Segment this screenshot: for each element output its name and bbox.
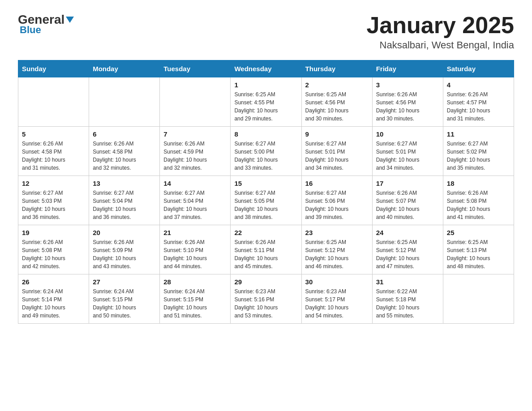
calendar-cell: 12Sunrise: 6:27 AM Sunset: 5:03 PM Dayli…	[18, 176, 89, 225]
day-number: 26	[22, 278, 85, 286]
day-number: 15	[234, 180, 297, 187]
calendar-cell: 28Sunrise: 6:24 AM Sunset: 5:15 PM Dayli…	[160, 274, 231, 324]
calendar-cell: 16Sunrise: 6:27 AM Sunset: 5:06 PM Dayli…	[301, 176, 372, 225]
day-number: 9	[305, 130, 369, 138]
day-info: Sunrise: 6:26 AM Sunset: 5:07 PM Dayligh…	[376, 189, 439, 221]
day-info: Sunrise: 6:25 AM Sunset: 4:55 PM Dayligh…	[234, 90, 297, 123]
day-number: 1	[234, 81, 297, 89]
calendar-cell: 17Sunrise: 6:26 AM Sunset: 5:07 PM Dayli…	[372, 176, 443, 225]
calendar-cell: 18Sunrise: 6:26 AM Sunset: 5:08 PM Dayli…	[443, 176, 514, 225]
calendar-header-row: SundayMondayTuesdayWednesdayThursdayFrid…	[18, 60, 514, 77]
day-info: Sunrise: 6:27 AM Sunset: 5:03 PM Dayligh…	[22, 189, 85, 221]
calendar-week-2: 5Sunrise: 6:26 AM Sunset: 4:58 PM Daylig…	[18, 127, 514, 176]
calendar-cell: 3Sunrise: 6:26 AM Sunset: 4:56 PM Daylig…	[372, 77, 443, 127]
day-number: 6	[93, 130, 156, 138]
day-info: Sunrise: 6:27 AM Sunset: 5:05 PM Dayligh…	[234, 189, 297, 221]
day-info: Sunrise: 6:25 AM Sunset: 5:13 PM Dayligh…	[447, 238, 510, 270]
day-number: 7	[163, 130, 227, 138]
calendar-cell: 11Sunrise: 6:27 AM Sunset: 5:02 PM Dayli…	[443, 127, 514, 176]
calendar-cell: 20Sunrise: 6:26 AM Sunset: 5:09 PM Dayli…	[89, 225, 160, 274]
day-info: Sunrise: 6:26 AM Sunset: 4:58 PM Dayligh…	[93, 140, 156, 172]
calendar-cell: 27Sunrise: 6:24 AM Sunset: 5:15 PM Dayli…	[89, 274, 160, 324]
day-info: Sunrise: 6:27 AM Sunset: 5:01 PM Dayligh…	[376, 140, 439, 172]
day-info: Sunrise: 6:24 AM Sunset: 5:15 PM Dayligh…	[163, 287, 227, 320]
calendar-cell: 14Sunrise: 6:27 AM Sunset: 5:04 PM Dayli…	[160, 176, 231, 225]
calendar-cell: 6Sunrise: 6:26 AM Sunset: 4:58 PM Daylig…	[89, 127, 160, 176]
day-number: 23	[305, 229, 369, 236]
day-info: Sunrise: 6:23 AM Sunset: 5:17 PM Dayligh…	[305, 287, 369, 320]
page-title: January 2025	[366, 13, 514, 37]
calendar-header-tuesday: Tuesday	[160, 60, 231, 77]
calendar-cell: 23Sunrise: 6:25 AM Sunset: 5:12 PM Dayli…	[301, 225, 372, 274]
page-header: General Blue January 2025 Naksalbari, We…	[18, 13, 514, 51]
day-info: Sunrise: 6:25 AM Sunset: 4:56 PM Dayligh…	[305, 90, 369, 123]
calendar-cell: 7Sunrise: 6:26 AM Sunset: 4:59 PM Daylig…	[160, 127, 231, 176]
day-info: Sunrise: 6:27 AM Sunset: 5:02 PM Dayligh…	[447, 140, 510, 172]
day-number: 29	[234, 278, 297, 286]
day-number: 13	[93, 180, 156, 187]
calendar-cell: 10Sunrise: 6:27 AM Sunset: 5:01 PM Dayli…	[372, 127, 443, 176]
day-number: 30	[305, 278, 369, 286]
day-info: Sunrise: 6:25 AM Sunset: 5:12 PM Dayligh…	[376, 238, 439, 270]
day-info: Sunrise: 6:23 AM Sunset: 5:16 PM Dayligh…	[234, 287, 297, 320]
calendar-cell: 21Sunrise: 6:26 AM Sunset: 5:10 PM Dayli…	[160, 225, 231, 274]
day-info: Sunrise: 6:26 AM Sunset: 5:08 PM Dayligh…	[22, 238, 85, 270]
calendar-cell: 29Sunrise: 6:23 AM Sunset: 5:16 PM Dayli…	[231, 274, 301, 324]
day-number: 4	[447, 81, 510, 89]
calendar-week-4: 19Sunrise: 6:26 AM Sunset: 5:08 PM Dayli…	[18, 225, 514, 274]
day-number: 3	[376, 81, 439, 89]
logo: General Blue	[18, 13, 74, 36]
day-info: Sunrise: 6:27 AM Sunset: 5:01 PM Dayligh…	[305, 140, 369, 172]
day-info: Sunrise: 6:27 AM Sunset: 5:04 PM Dayligh…	[93, 189, 156, 221]
title-block: January 2025 Naksalbari, West Bengal, In…	[366, 13, 514, 51]
calendar-week-3: 12Sunrise: 6:27 AM Sunset: 5:03 PM Dayli…	[18, 176, 514, 225]
day-info: Sunrise: 6:24 AM Sunset: 5:15 PM Dayligh…	[93, 287, 156, 320]
day-info: Sunrise: 6:27 AM Sunset: 5:06 PM Dayligh…	[305, 189, 369, 221]
day-number: 21	[163, 229, 227, 236]
day-number: 12	[22, 180, 85, 187]
day-number: 20	[93, 229, 156, 236]
day-info: Sunrise: 6:27 AM Sunset: 5:04 PM Dayligh…	[163, 189, 227, 221]
calendar-cell: 2Sunrise: 6:25 AM Sunset: 4:56 PM Daylig…	[301, 77, 372, 127]
page-subtitle: Naksalbari, West Bengal, India	[366, 39, 514, 51]
calendar-cell: 9Sunrise: 6:27 AM Sunset: 5:01 PM Daylig…	[301, 127, 372, 176]
day-info: Sunrise: 6:26 AM Sunset: 4:58 PM Dayligh…	[22, 140, 85, 172]
calendar-header-thursday: Thursday	[301, 60, 372, 77]
day-info: Sunrise: 6:26 AM Sunset: 4:59 PM Dayligh…	[163, 140, 227, 172]
calendar-cell: 30Sunrise: 6:23 AM Sunset: 5:17 PM Dayli…	[301, 274, 372, 324]
day-number: 2	[305, 81, 369, 89]
day-number: 19	[22, 229, 85, 236]
calendar-week-5: 26Sunrise: 6:24 AM Sunset: 5:14 PM Dayli…	[18, 274, 514, 324]
calendar-header-sunday: Sunday	[18, 60, 89, 77]
day-number: 8	[234, 130, 297, 138]
day-number: 16	[305, 180, 369, 187]
day-number: 17	[376, 180, 439, 187]
day-info: Sunrise: 6:26 AM Sunset: 5:11 PM Dayligh…	[234, 238, 297, 270]
day-number: 10	[376, 130, 439, 138]
calendar-week-1: 1Sunrise: 6:25 AM Sunset: 4:55 PM Daylig…	[18, 77, 514, 127]
calendar-cell: 31Sunrise: 6:22 AM Sunset: 5:18 PM Dayli…	[372, 274, 443, 324]
calendar-cell	[160, 77, 231, 127]
calendar-header-monday: Monday	[89, 60, 160, 77]
calendar-cell: 15Sunrise: 6:27 AM Sunset: 5:05 PM Dayli…	[231, 176, 301, 225]
day-number: 14	[163, 180, 227, 187]
day-info: Sunrise: 6:26 AM Sunset: 5:10 PM Dayligh…	[163, 238, 227, 270]
day-number: 25	[447, 229, 510, 236]
day-number: 27	[93, 278, 156, 286]
calendar-cell: 5Sunrise: 6:26 AM Sunset: 4:58 PM Daylig…	[18, 127, 89, 176]
calendar-cell	[443, 274, 514, 324]
day-number: 31	[376, 278, 439, 286]
day-number: 22	[234, 229, 297, 236]
day-info: Sunrise: 6:22 AM Sunset: 5:18 PM Dayligh…	[376, 287, 439, 320]
calendar-cell: 24Sunrise: 6:25 AM Sunset: 5:12 PM Dayli…	[372, 225, 443, 274]
calendar-cell: 4Sunrise: 6:26 AM Sunset: 4:57 PM Daylig…	[443, 77, 514, 127]
day-info: Sunrise: 6:26 AM Sunset: 5:09 PM Dayligh…	[93, 238, 156, 270]
calendar-cell: 13Sunrise: 6:27 AM Sunset: 5:04 PM Dayli…	[89, 176, 160, 225]
day-info: Sunrise: 6:24 AM Sunset: 5:14 PM Dayligh…	[22, 287, 85, 320]
day-number: 28	[163, 278, 227, 286]
day-info: Sunrise: 6:27 AM Sunset: 5:00 PM Dayligh…	[234, 140, 297, 172]
day-number: 24	[376, 229, 439, 236]
calendar-header-wednesday: Wednesday	[231, 60, 301, 77]
calendar-table: SundayMondayTuesdayWednesdayThursdayFrid…	[18, 60, 514, 324]
day-number: 18	[447, 180, 510, 187]
